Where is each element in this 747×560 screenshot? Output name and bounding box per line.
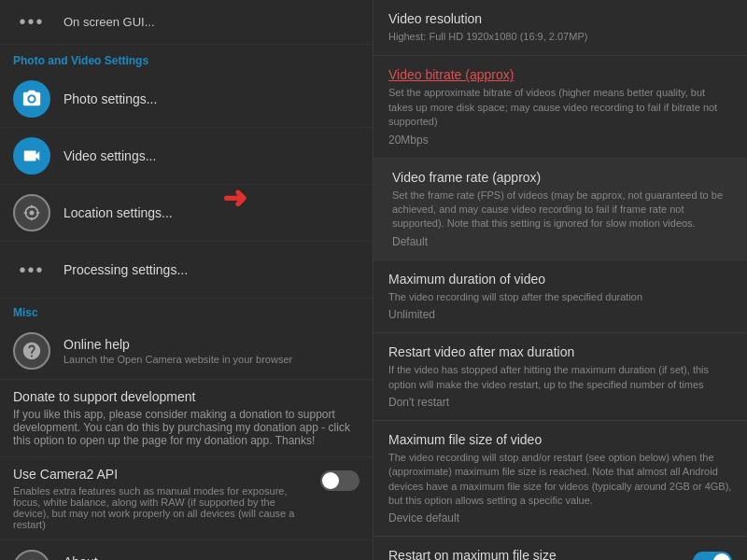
left-panel: ••• On screen GUI... Photo and Video Set…	[0, 0, 374, 560]
camera2-text: Use Camera2 API Enables extra features s…	[13, 467, 311, 530]
max-duration-desc: The video recording will stop after the …	[388, 290, 732, 304]
svg-point-1	[30, 211, 35, 216]
video-framerate-desc: Set the frame rate (FPS) of videos (may …	[392, 189, 732, 231]
video-settings-icon	[13, 137, 50, 175]
video-bitrate-title: Video bitrate (approx)	[388, 67, 732, 82]
restart-after-max-title: Restart video after max duration	[388, 344, 732, 359]
photo-settings-title: Photo settings...	[63, 91, 359, 106]
location-settings-title: Location settings...	[63, 205, 359, 220]
video-framerate-value: Default	[392, 235, 732, 248]
video-bitrate-value: 20Mbps	[388, 133, 732, 147]
video-bitrate-desc: Set the approximate bitrate of videos (h…	[388, 86, 732, 129]
max-file-size-value: Device default	[388, 511, 732, 525]
camera2-toggle[interactable]	[320, 470, 359, 491]
online-help-sub: Launch the Open Camera website in your b…	[63, 354, 359, 365]
donate-title: Donate to support development	[13, 389, 359, 404]
photo-video-section-label: Photo and Video Settings	[0, 45, 373, 71]
about-item[interactable]: About App and debug information	[0, 540, 373, 560]
processing-settings-title: Processing settings...	[63, 262, 359, 277]
right-panel: Video resolutionHighest: Full HD 1920x10…	[374, 0, 747, 560]
restart-on-max-filesize-title: Restart on maximum file size	[388, 548, 684, 560]
processing-settings-item[interactable]: ••• Processing settings...	[0, 242, 373, 299]
dots-icon: •••	[13, 11, 50, 33]
setting-item-max-file-size[interactable]: Maximum file size of videoThe video reco…	[374, 421, 747, 538]
video-resolution-title: Video resolution	[388, 11, 732, 26]
restart-after-max-desc: If the video has stopped after hitting t…	[388, 363, 732, 392]
processing-settings-text: Processing settings...	[63, 262, 359, 277]
restart-after-max-value: Don't restart	[388, 396, 732, 409]
misc-section-label: Misc	[0, 299, 373, 323]
setting-item-video-framerate[interactable]: Video frame rate (approx)Set the frame r…	[374, 159, 747, 260]
video-framerate-title: Video frame rate (approx)	[392, 170, 732, 185]
processing-settings-icon: •••	[13, 251, 50, 288]
location-settings-icon	[13, 194, 50, 231]
photo-settings-text: Photo settings...	[63, 91, 359, 106]
setting-item-restart-after-max[interactable]: Restart video after max durationIf the v…	[374, 333, 747, 421]
online-help-title: Online help	[63, 337, 359, 352]
setting-item-restart-on-max-filesize[interactable]: Restart on maximum file sizeWhether to a…	[374, 537, 747, 560]
video-settings-item[interactable]: Video settings...	[0, 128, 373, 185]
video-settings-text: Video settings...	[63, 148, 359, 163]
about-icon	[13, 550, 50, 560]
camera2-item[interactable]: Use Camera2 API Enables extra features s…	[0, 457, 373, 540]
setting-item-video-resolution[interactable]: Video resolutionHighest: Full HD 1920x10…	[374, 0, 747, 56]
location-settings-text: Location settings...	[63, 205, 359, 220]
donate-item[interactable]: Donate to support development If you lik…	[0, 380, 373, 457]
restart-on-max-filesize-text: Restart on maximum file sizeWhether to a…	[388, 548, 684, 560]
restart-on-max-filesize-toggle[interactable]	[693, 552, 732, 560]
donate-desc: If you like this app, please consider ma…	[13, 408, 359, 447]
camera2-title: Use Camera2 API	[13, 467, 311, 482]
photo-settings-item[interactable]: Photo settings...	[0, 71, 373, 128]
video-resolution-desc: Highest: Full HD 1920x1080 (16:9, 2.07MP…	[388, 30, 732, 44]
max-duration-title: Maximum duration of video	[388, 272, 732, 287]
max-file-size-desc: The video recording will stop and/or res…	[388, 451, 732, 509]
about-text: About App and debug information	[63, 554, 359, 560]
setting-item-video-bitrate[interactable]: Video bitrate (approx)Set the approximat…	[374, 56, 747, 158]
about-title: About	[63, 554, 359, 560]
max-duration-value: Unlimited	[388, 308, 732, 321]
online-help-text: Online help Launch the Open Camera websi…	[63, 337, 359, 365]
online-help-item[interactable]: Online help Launch the Open Camera websi…	[0, 323, 373, 380]
on-screen-gui-item[interactable]: ••• On screen GUI...	[0, 0, 373, 45]
camera2-desc: Enables extra features such as manual mo…	[13, 485, 311, 530]
setting-item-max-duration[interactable]: Maximum duration of videoThe video recor…	[374, 260, 747, 333]
help-icon	[13, 332, 50, 370]
max-file-size-title: Maximum file size of video	[388, 432, 732, 447]
location-settings-item[interactable]: Location settings...	[0, 185, 373, 242]
on-screen-gui-label: On screen GUI...	[63, 15, 155, 29]
photo-settings-icon	[13, 80, 50, 118]
video-settings-title: Video settings...	[63, 148, 359, 163]
